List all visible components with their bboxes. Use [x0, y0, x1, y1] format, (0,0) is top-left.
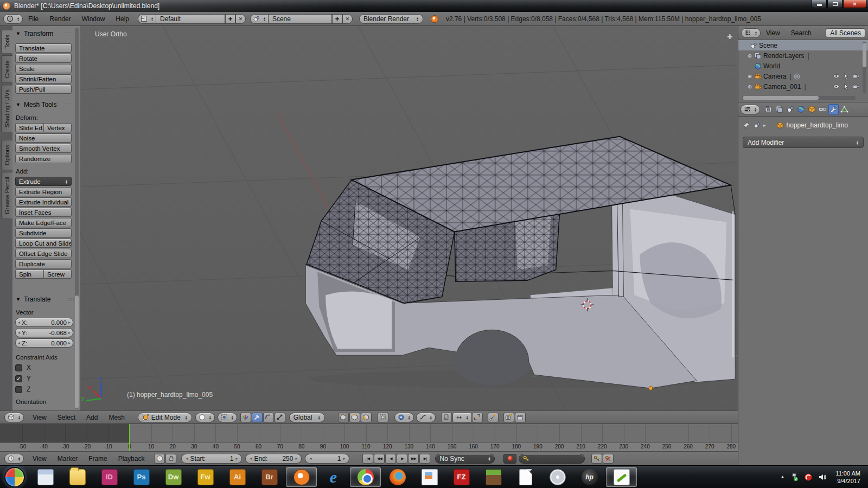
- outliner-menu-search[interactable]: Search: [786, 29, 817, 37]
- datablock-name[interactable]: hopper_hardtop_limo: [787, 121, 848, 129]
- tool-button-shrink-fatten[interactable]: Shrink/Fatten: [15, 74, 72, 84]
- play-button[interactable]: ▶: [397, 454, 407, 464]
- constraint-axis-y[interactable]: ✓Y: [15, 375, 76, 382]
- tool-button-inset-faces[interactable]: Inset Faces: [15, 208, 72, 217]
- decrement-arrow[interactable]: ◂: [186, 456, 188, 461]
- outliner-hscrollbar-thumb[interactable]: [743, 96, 819, 100]
- tl-menu-frame[interactable]: Frame: [83, 455, 113, 463]
- increment-arrow[interactable]: ▸: [295, 456, 297, 461]
- outliner-menu-view[interactable]: View: [761, 29, 786, 37]
- viewport-3d[interactable]: z x y User Ortho (1) hopper_hardtop_limo…: [80, 26, 738, 410]
- playback-range-button[interactable]: [154, 454, 165, 464]
- panel-grip-icon[interactable]: :::::: [65, 31, 73, 36]
- menu-help[interactable]: Help: [110, 15, 135, 23]
- decrement-arrow[interactable]: ◂: [18, 341, 20, 345]
- prev-keyframe-button[interactable]: ◀◀: [374, 454, 385, 464]
- editor-type-button[interactable]: ▲▼: [3, 14, 23, 24]
- outliner-item-world[interactable]: World: [738, 61, 868, 71]
- tool-button-duplicate[interactable]: Duplicate: [15, 259, 72, 268]
- taskbar-internet-explorer[interactable]: e: [318, 467, 349, 487]
- tool-button-vertex[interactable]: Vertex: [43, 123, 72, 132]
- checkbox-checked[interactable]: ✓: [15, 375, 22, 382]
- tool-button-extrude-individual[interactable]: Extrude Individual: [15, 197, 72, 207]
- render-toggle[interactable]: [852, 73, 859, 80]
- expand-icon[interactable]: ⊕: [747, 74, 752, 79]
- taskbar-minecraft[interactable]: [478, 467, 509, 487]
- tool-button-loop-cut-and-slide[interactable]: Loop Cut and Slide: [15, 239, 72, 248]
- snap-element-select[interactable]: ▲▼: [452, 413, 472, 422]
- extrude-menu[interactable]: Extrude ▲▼: [15, 177, 72, 186]
- properties-tab-render[interactable]: [763, 104, 774, 115]
- taskbar-dreamweaver[interactable]: Dw: [158, 467, 189, 487]
- screen-layout-icon-button[interactable]: ▲▼: [138, 14, 156, 24]
- shelf-tab-options[interactable]: Options: [1, 140, 12, 170]
- add-modifier-select[interactable]: Add Modifier ▲▼: [743, 137, 864, 148]
- maximize-button[interactable]: [827, 0, 843, 8]
- render-engine-select[interactable]: Blender Render ▲▼: [359, 14, 423, 24]
- tool-button-slide-ed[interactable]: Slide Ed: [15, 123, 43, 132]
- tool-button-randomize[interactable]: Randomize: [15, 154, 72, 163]
- translate-manipulator-button[interactable]: [252, 413, 263, 422]
- taskbar-calculator[interactable]: [30, 467, 61, 487]
- delete-layout-button[interactable]: ✕: [235, 14, 246, 24]
- decrement-arrow[interactable]: ◂: [309, 456, 311, 461]
- taskbar-notepad-document[interactable]: [510, 467, 541, 487]
- shelf-tab-shading-uvs[interactable]: Shading / UVs: [1, 85, 12, 132]
- properties-tab-scene[interactable]: [785, 104, 795, 115]
- increment-arrow[interactable]: ▸: [68, 330, 71, 335]
- taskbar-photoshop[interactable]: Ps: [126, 467, 157, 487]
- sync-mode-select[interactable]: No Sync ▲▼: [435, 454, 495, 464]
- tool-button-push-pull[interactable]: Push/Pull: [15, 85, 72, 94]
- scale-manipulator-button[interactable]: [275, 413, 285, 422]
- snap-target-button[interactable]: [472, 413, 483, 422]
- next-keyframe-button[interactable]: ▶▶: [408, 454, 419, 464]
- limit-selection-visible-button[interactable]: [378, 413, 388, 422]
- screen-layout-field[interactable]: Default: [156, 14, 225, 24]
- outliner-filter-select[interactable]: All Scenes: [826, 28, 865, 38]
- falloff-select[interactable]: ▲▼: [416, 413, 436, 422]
- opengl-render-image-button[interactable]: [503, 413, 514, 422]
- hide-toggle[interactable]: [833, 83, 840, 90]
- translate-panel-header[interactable]: ▼ Translate :::::: [16, 296, 76, 303]
- properties-tab-render-layers[interactable]: [774, 104, 784, 115]
- menu-render[interactable]: Render: [44, 15, 76, 23]
- taskbar-fireworks[interactable]: Fw: [190, 467, 221, 487]
- decrement-arrow[interactable]: ◂: [18, 330, 20, 335]
- properties-tab-world[interactable]: [796, 104, 806, 115]
- taskbar-windows-explorer[interactable]: [62, 467, 93, 487]
- editor-type-button[interactable]: ▲▼: [741, 28, 761, 38]
- jump-to-start-button[interactable]: |◀: [362, 454, 373, 464]
- toolshelf-scrollbar-thumb[interactable]: [75, 296, 79, 408]
- tool-button-rotate[interactable]: Rotate: [15, 54, 72, 63]
- jump-to-end-button[interactable]: ▶|: [419, 454, 430, 464]
- checkbox[interactable]: [15, 364, 22, 371]
- properties-tab-constraints[interactable]: [818, 104, 828, 115]
- current-frame-indicator[interactable]: [129, 424, 130, 451]
- lock-time-button[interactable]: [165, 454, 176, 464]
- vp-menu-view[interactable]: View: [27, 414, 52, 421]
- tool-button-translate[interactable]: Translate: [15, 43, 72, 53]
- manipulate-center-points-button[interactable]: [488, 413, 499, 422]
- open-region-plus-icon[interactable]: ✚: [727, 33, 732, 41]
- taskbar-firefox[interactable]: [382, 467, 413, 487]
- close-button[interactable]: ✕: [843, 0, 866, 8]
- outliner-vscrollbar-thumb[interactable]: [863, 43, 866, 67]
- outliner-item-scene[interactable]: Scene: [738, 40, 868, 50]
- delete-keyframe-button[interactable]: [603, 454, 614, 464]
- shelf-tab-create[interactable]: Create: [1, 55, 12, 83]
- taskbar-photo-viewer[interactable]: [414, 467, 445, 487]
- expand-icon[interactable]: ⊕: [747, 84, 752, 89]
- opengl-render-animation-button[interactable]: [515, 413, 526, 422]
- scene-icon-button[interactable]: ▲▼: [250, 14, 268, 24]
- window-titlebar[interactable]: Blender* [C:\Users\Edina\Desktop\unlimit…: [0, 0, 868, 12]
- properties-tab-modifiers[interactable]: [828, 104, 839, 115]
- decrement-arrow[interactable]: ◂: [18, 320, 20, 325]
- taskbar-hp[interactable]: hp: [574, 467, 605, 487]
- proportional-edit-select[interactable]: ▲▼: [394, 413, 414, 422]
- increment-arrow[interactable]: ▸: [68, 320, 71, 325]
- vector-field-x[interactable]: ◂X:0.000▸: [15, 318, 73, 327]
- editor-type-button[interactable]: ▲▼: [4, 454, 24, 464]
- taskbar-notepad-plus-plus[interactable]: [606, 467, 637, 487]
- properties-tab-object-data[interactable]: [839, 104, 850, 115]
- end-frame-field[interactable]: ◂ End: 250 ▸: [245, 454, 302, 464]
